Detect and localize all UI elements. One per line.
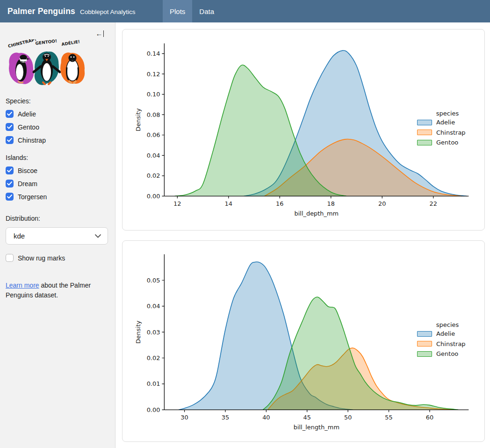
svg-text:0.06: 0.06 [147,131,160,138]
svg-text:0.02: 0.02 [147,172,160,179]
svg-text:0.04: 0.04 [147,152,160,159]
legend-swatch-gentoo [417,351,432,357]
app-body: ← CHINSTRAP! [0,22,490,448]
legend-title: species [417,321,478,328]
checkbox-box [6,254,14,262]
svg-text:GENTOO!: GENTOO! [35,39,57,46]
penguin-artwork: CHINSTRAP! GENTOO! [6,39,88,88]
checkbox-show-rug-marks[interactable]: Show rug marks [6,254,108,262]
chinstrap-penguin-illustration: CHINSTRAP! [6,39,36,86]
navbar: Palmer Penguins Cobblepot Analytics Plot… [0,0,490,22]
legend-item-gentoo: Gentoo [417,350,478,357]
distribution-selected-value: kde [14,232,25,240]
svg-text:Density: Density [135,108,142,131]
svg-text:0.08: 0.08 [147,111,160,118]
svg-text:0.02: 0.02 [147,354,160,361]
distribution-label: Distribution: [6,215,108,222]
checkbox-gentoo[interactable]: Gentoo [6,123,108,131]
app-title: Palmer Penguins [7,7,75,16]
main-content: 1214161820220.000.020.040.060.080.100.12… [115,22,490,448]
checkbox-box [6,193,14,201]
plot-card-bill-length: 303540455055600.000.010.020.030.040.05bi… [122,240,485,442]
checkbox-torgersen[interactable]: Torgersen [6,193,108,201]
sidebar: ← CHINSTRAP! [0,22,115,448]
svg-text:0.01: 0.01 [147,380,160,387]
legend-item-adelie: Adelie [417,330,478,337]
svg-text:40: 40 [262,414,270,421]
legend-bill-depth: species Adelie Chinstrap Gentoo [417,110,478,149]
legend-swatch-chinstrap [417,341,432,347]
sidebar-collapse-button[interactable]: ← [95,29,105,38]
chevron-down-icon [95,234,101,238]
islands-label: Islands: [6,154,108,161]
svg-text:0.04: 0.04 [147,303,160,310]
nav-tabs: Plots Data [163,0,221,22]
svg-text:0.00: 0.00 [147,193,160,200]
svg-text:ADÉLIE!: ADÉLIE! [61,39,80,47]
legend-item-chinstrap: Chinstrap [417,129,478,136]
checkbox-dream[interactable]: Dream [6,180,108,188]
svg-text:30: 30 [180,414,188,421]
legend-item-chinstrap: Chinstrap [417,340,478,347]
adelie-penguin-illustration: ADÉLIE! [59,39,86,85]
gentoo-penguin-illustration: GENTOO! [33,39,60,87]
legend-swatch-gentoo [417,140,432,145]
check-icon [7,138,12,142]
check-icon [7,112,12,116]
svg-text:60: 60 [426,414,433,421]
svg-text:45: 45 [303,414,311,421]
svg-text:18: 18 [327,200,335,207]
checkbox-chinstrap[interactable]: Chinstrap [6,136,108,144]
legend-swatch-adelie [417,120,432,125]
legend-item-adelie: Adelie [417,119,478,126]
svg-text:16: 16 [276,200,283,207]
legend-item-gentoo: Gentoo [417,139,478,146]
checkbox-box [6,123,14,131]
svg-text:Density: Density [135,320,142,343]
tab-plots[interactable]: Plots [163,0,192,22]
checkbox-box [6,180,14,188]
check-icon [7,125,12,129]
svg-text:bill_length_mm: bill_length_mm [294,424,339,431]
checkbox-box [6,110,14,118]
svg-text:0.05: 0.05 [147,277,160,284]
tab-data[interactable]: Data [192,0,221,22]
svg-text:0.14: 0.14 [147,50,160,57]
legend-title: species [417,110,478,117]
svg-text:22: 22 [430,200,437,207]
check-icon [7,181,12,186]
svg-text:bill_depth_mm: bill_depth_mm [295,210,339,217]
checkbox-adelie[interactable]: Adelie [6,110,108,118]
svg-text:CHINSTRAP!: CHINSTRAP! [7,39,37,49]
svg-text:14: 14 [225,200,232,207]
learn-more-link[interactable]: Learn more [6,282,39,289]
dataset-note: Learn more about the Palmer Penguins dat… [6,281,102,300]
svg-text:50: 50 [344,414,352,421]
svg-text:0.12: 0.12 [147,71,160,78]
svg-text:0.03: 0.03 [147,329,160,336]
svg-text:0.10: 0.10 [147,91,160,98]
svg-text:55: 55 [385,414,392,421]
brand: Palmer Penguins Cobblepot Analytics [0,0,163,22]
legend-swatch-chinstrap [417,130,432,135]
check-icon [7,195,12,199]
species-filter-group: Species: Adelie Gentoo Chinstrap [6,97,108,144]
app-subtitle: Cobblepot Analytics [80,8,136,15]
check-icon [7,168,12,173]
collapse-bar-icon [103,30,104,37]
svg-text:35: 35 [222,414,229,421]
legend-bill-length: species Adelie Chinstrap Gentoo [417,321,478,361]
species-label: Species: [6,97,108,105]
checkbox-box [6,166,14,174]
plot-card-bill-depth: 1214161820220.000.020.040.060.080.100.12… [122,29,485,231]
svg-text:0.00: 0.00 [147,406,160,413]
distribution-select[interactable]: kde [6,227,108,245]
checkbox-biscoe[interactable]: Biscoe [6,166,108,174]
checkbox-box [6,136,14,144]
islands-filter-group: Islands: Biscoe Dream Torgersen [6,154,108,201]
collapse-arrow-icon: ← [96,30,103,37]
legend-swatch-adelie [417,331,432,337]
svg-text:20: 20 [378,200,386,207]
svg-text:12: 12 [173,200,181,207]
